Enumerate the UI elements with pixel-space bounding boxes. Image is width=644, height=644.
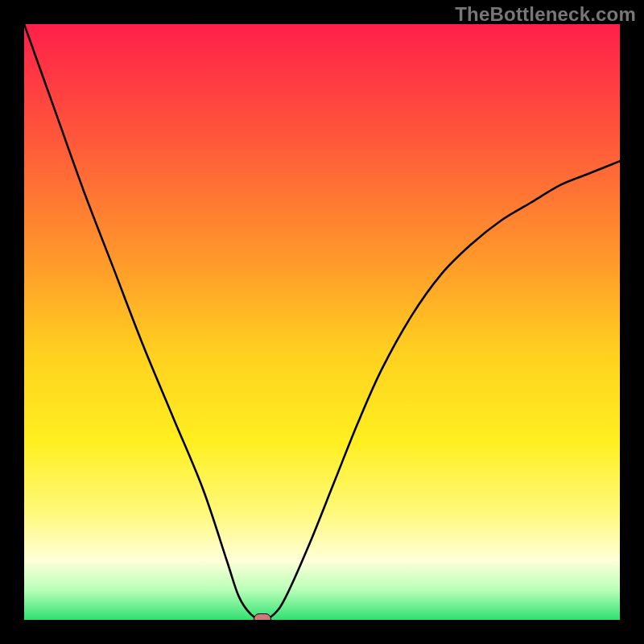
plot-area [24, 24, 620, 620]
chart-frame: TheBottleneck.com [0, 0, 644, 644]
optimal-point-marker [254, 613, 271, 620]
bottleneck-curve [24, 24, 620, 620]
watermark-text: TheBottleneck.com [455, 3, 636, 26]
